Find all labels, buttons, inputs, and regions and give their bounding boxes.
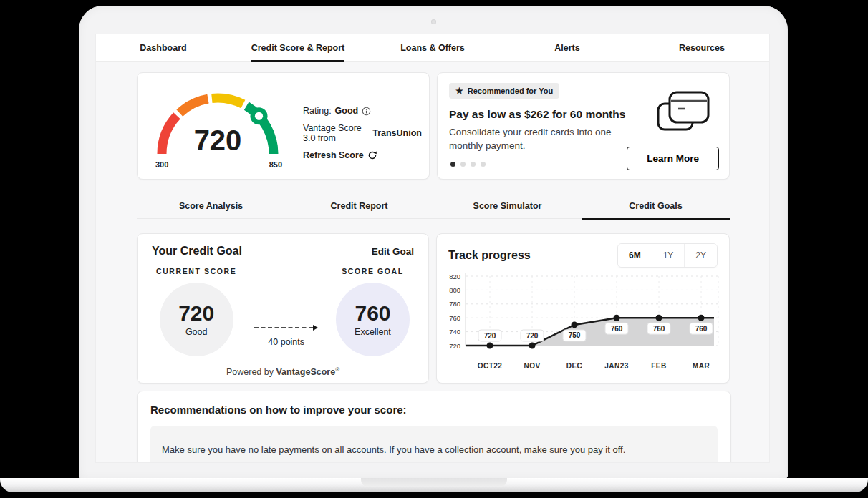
sub-tab-score-simulator[interactable]: Score Simulator — [433, 194, 582, 218]
rating-line: Rating: Good — [303, 106, 422, 116]
y-tick-780: 780 — [449, 300, 460, 308]
goals-row: Your Credit Goal Edit Goal CURRENT SCORE… — [137, 219, 730, 384]
gauge-max-label: 850 — [269, 160, 282, 169]
data-label-MAR: 760 — [695, 325, 708, 333]
data-point-FEB[interactable] — [656, 315, 662, 321]
powered-by: Powered by VantageScore® — [152, 366, 414, 377]
data-point-NOV[interactable] — [529, 343, 536, 349]
data-label-DEC: 750 — [569, 331, 581, 339]
score-value: 720 — [194, 125, 242, 156]
provider-name: TransUnion — [372, 128, 422, 138]
carousel-dot-2[interactable] — [460, 162, 466, 167]
goal-header: Your Credit Goal Edit Goal — [152, 245, 414, 258]
nav-tab-loans-offers[interactable]: Loans & Offers — [365, 34, 500, 61]
summary-row: 720 300 850 Rating: Good — [137, 72, 730, 180]
app-window: DashboardCredit Score & ReportLoans & Of… — [95, 34, 770, 463]
track-progress-card: Track progress 6M1Y2Y 720740760780800820… — [436, 233, 730, 384]
score-info: Rating: Good Vantage Score 3.0 from Tran… — [303, 77, 422, 175]
recommendations-heading: Recommendations on how to improve your s… — [150, 404, 718, 416]
x-tick-FEB: FEB — [651, 362, 667, 370]
gauge-segment-good — [212, 98, 243, 104]
gauge-segment-poor — [162, 116, 177, 154]
credit-goal-card: Your Credit Goal Edit Goal CURRENT SCORE… — [137, 233, 429, 384]
powered-by-prefix: Powered by — [226, 367, 274, 377]
progress-title: Track progress — [448, 249, 531, 262]
carousel-dot-3[interactable] — [471, 162, 476, 167]
data-label-NOV: 720 — [526, 332, 539, 340]
sub-tab-credit-goals[interactable]: Credit Goals — [582, 194, 730, 218]
gauge-segment-fair — [180, 99, 208, 113]
range-button-2y[interactable]: 2Y — [684, 244, 717, 267]
y-tick-800: 800 — [449, 286, 460, 294]
goal-card-title: Your Credit Goal — [152, 245, 242, 258]
y-tick-820: 820 — [449, 273, 460, 280]
main-content: 720 300 850 Rating: Good — [96, 62, 769, 463]
x-tick-JAN23: JAN23 — [604, 362, 629, 370]
score-goal-rating: Excellent — [355, 327, 391, 337]
active-subtab-underline — [582, 218, 730, 220]
data-point-MAR[interactable] — [698, 315, 705, 321]
x-tick-OCT22: OCT22 — [478, 362, 503, 370]
edit-goal-link[interactable]: Edit Goal — [372, 246, 414, 257]
current-score-circle: 720 Good — [160, 283, 233, 356]
current-score-value: 720 — [178, 303, 214, 324]
laptop-base — [0, 478, 868, 492]
score-gauge: 720 300 850 — [145, 77, 291, 175]
webcam-dot — [431, 19, 436, 24]
y-tick-720: 720 — [449, 342, 460, 350]
nav-tab-resources[interactable]: Resources — [635, 34, 769, 61]
score-gauge-svg: 720 300 850 — [145, 77, 291, 172]
refresh-score-button[interactable]: Refresh Score — [303, 150, 422, 160]
offer-card: ★ Recommended for You Pay as low as $262… — [437, 72, 730, 180]
credit-cards-icon — [655, 89, 713, 143]
carousel-dots — [450, 162, 486, 167]
recommendations-card: Recommendations on how to improve your s… — [137, 391, 731, 463]
powered-by-brand: VantageScore — [276, 367, 335, 377]
carousel-dot-4[interactable] — [481, 162, 486, 167]
data-label-JAN23: 760 — [611, 325, 623, 333]
y-tick-740: 740 — [449, 328, 460, 336]
score-goal-value: 760 — [355, 303, 390, 324]
data-label-FEB: 760 — [653, 325, 665, 333]
recommendation-item: Make sure you have no late payments on a… — [150, 426, 718, 463]
x-tick-MAR: MAR — [693, 362, 710, 370]
info-icon[interactable] — [362, 107, 371, 116]
sub-tab-credit-report[interactable]: Credit Report — [285, 194, 433, 218]
offer-description: Consolidate your credit cards into one m… — [449, 126, 644, 153]
star-icon: ★ — [455, 86, 463, 96]
report-sub-tabs: Score AnalysisCredit ReportScore Simulat… — [137, 194, 730, 219]
gauge-marker-hole — [255, 112, 263, 120]
score-goal-label: SCORE GOAL — [342, 267, 404, 275]
rating-value: Good — [335, 106, 359, 116]
active-nav-underline — [251, 60, 344, 62]
data-point-OCT22[interactable] — [487, 343, 493, 349]
x-tick-NOV: NOV — [524, 362, 540, 370]
current-score-label: CURRENT SCORE — [156, 267, 236, 275]
score-goal-circle: 760 Excellent — [336, 283, 410, 356]
laptop-base-notch — [361, 478, 507, 487]
range-button-6m[interactable]: 6M — [618, 244, 652, 267]
data-point-DEC[interactable] — [572, 321, 578, 328]
current-score-column: CURRENT SCORE 720 Good — [156, 258, 236, 356]
range-switcher: 6M1Y2Y — [617, 243, 718, 268]
data-point-JAN23[interactable] — [614, 315, 620, 321]
recommended-badge-label: Recommended for You — [468, 87, 553, 95]
refresh-icon — [367, 150, 377, 160]
top-nav: DashboardCredit Score & ReportLoans & Of… — [96, 34, 769, 62]
current-score-rating: Good — [185, 327, 208, 337]
nav-tab-credit-score-report[interactable]: Credit Score & Report — [231, 34, 365, 61]
dashed-arrow-icon — [254, 325, 318, 331]
y-tick-760: 760 — [449, 314, 460, 322]
laptop-frame: DashboardCredit Score & ReportLoans & Of… — [79, 6, 788, 479]
nav-tab-dashboard[interactable]: Dashboard — [96, 34, 231, 61]
rating-label: Rating: — [303, 106, 332, 116]
learn-more-button[interactable]: Learn More — [627, 147, 719, 170]
nav-tab-alerts[interactable]: Alerts — [500, 34, 635, 61]
carousel-dot-1[interactable] — [450, 162, 455, 167]
progress-header: Track progress 6M1Y2Y — [448, 243, 718, 268]
goal-body: CURRENT SCORE 720 Good 40 points — [152, 258, 414, 356]
score-goal-column: SCORE GOAL 760 Excellent — [336, 258, 410, 356]
sub-tab-score-analysis[interactable]: Score Analysis — [137, 194, 285, 218]
refresh-score-label: Refresh Score — [303, 150, 364, 160]
range-button-1y[interactable]: 1Y — [652, 244, 685, 267]
